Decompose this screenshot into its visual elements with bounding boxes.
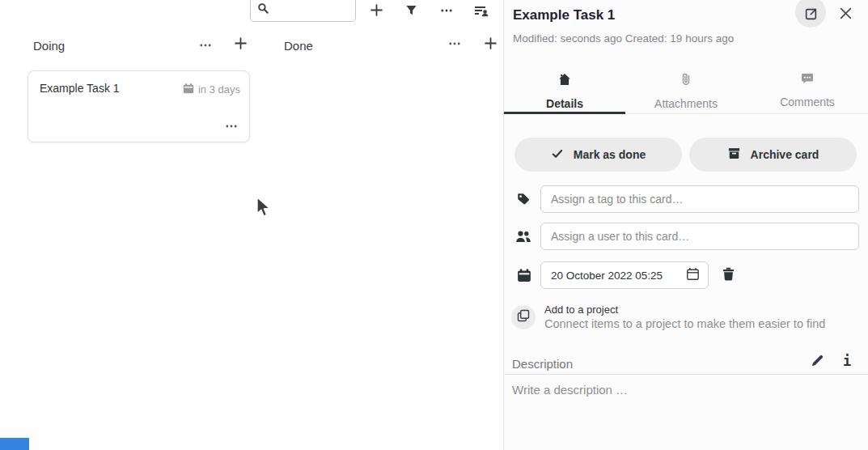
search-input[interactable] xyxy=(269,0,346,17)
add-to-project-title[interactable]: Add to a project xyxy=(544,304,618,316)
panel-title: Example Task 1 xyxy=(513,7,615,23)
mark-as-done-label: Mark as done xyxy=(574,148,646,161)
check-icon xyxy=(551,147,564,163)
tab-attachments[interactable]: Attachments xyxy=(625,68,747,113)
mouse-cursor xyxy=(256,196,271,222)
view-options-button[interactable] xyxy=(468,0,494,24)
tab-label: Details xyxy=(546,97,583,110)
more-icon xyxy=(225,120,238,135)
due-date-value: 20 October 2022 05:25 xyxy=(551,270,686,282)
tab-details[interactable]: Details xyxy=(504,68,625,113)
popout-button[interactable] xyxy=(795,0,826,28)
more-icon xyxy=(440,4,453,19)
tab-label: Attachments xyxy=(654,97,718,110)
info-icon: i xyxy=(843,354,851,368)
assign-tag-input[interactable] xyxy=(540,185,859,213)
board-menu-button[interactable] xyxy=(434,0,459,24)
home-icon xyxy=(558,73,571,89)
assign-user-input[interactable] xyxy=(540,223,859,250)
description-info-button[interactable]: i xyxy=(837,351,857,371)
description-editor[interactable]: Write a description … xyxy=(512,383,860,439)
close-button[interactable] xyxy=(837,6,853,23)
filter-icon xyxy=(405,4,417,19)
plus-icon xyxy=(234,36,248,53)
card-detail-panel: Example Task 1 Modified: seconds ago Cre… xyxy=(504,0,868,450)
popout-icon xyxy=(804,7,818,23)
date-picker-button[interactable] xyxy=(686,267,700,283)
pencil-icon xyxy=(811,354,824,370)
close-icon xyxy=(839,6,853,23)
archive-card-label: Archive card xyxy=(751,148,819,161)
tab-bar: Details Attachments Comments xyxy=(504,68,868,114)
search-box[interactable] xyxy=(250,0,356,22)
column-doing-add-button[interactable] xyxy=(229,33,252,56)
archive-card-button[interactable]: Archive card xyxy=(689,138,857,172)
column-done-add-button[interactable] xyxy=(479,33,502,56)
plus-icon xyxy=(484,36,498,53)
users-icon xyxy=(515,230,531,243)
description-label: Description xyxy=(512,357,573,371)
filter-button[interactable] xyxy=(398,0,424,24)
panel-meta: Modified: seconds ago Created: 19 hours … xyxy=(513,32,734,45)
add-to-project-subtitle: Connect items to a project to make them … xyxy=(544,317,825,330)
app-window: Doing Done Example Task 1 in 3 days xyxy=(0,0,868,450)
card-due-label: in 3 days xyxy=(198,83,240,96)
tab-comments[interactable]: Comments xyxy=(747,68,868,113)
remove-due-date-button[interactable] xyxy=(718,265,738,285)
task-card[interactable]: Example Task 1 in 3 days xyxy=(28,70,250,142)
column-title-done: Done xyxy=(284,38,313,54)
card-title: Example Task 1 xyxy=(40,82,120,95)
due-date-field[interactable]: 20 October 2022 05:25 xyxy=(540,261,709,289)
active-tab-indicator xyxy=(504,112,625,114)
column-doing-menu-button[interactable] xyxy=(194,35,217,57)
calendar-outline-icon xyxy=(686,267,700,283)
column-title-doing: Doing xyxy=(33,38,65,54)
accent-corner-box xyxy=(0,438,29,450)
calendar-icon xyxy=(517,268,531,282)
plus-icon xyxy=(370,3,383,19)
description-divider xyxy=(505,374,868,375)
trash-icon xyxy=(722,267,735,284)
edit-description-button[interactable] xyxy=(807,352,827,371)
column-done-menu-button[interactable] xyxy=(443,33,466,56)
more-icon xyxy=(448,37,461,53)
paperclip-icon xyxy=(680,73,692,89)
copy-stack-icon xyxy=(517,309,530,325)
more-icon xyxy=(199,39,212,54)
add-to-project-button[interactable] xyxy=(511,305,536,329)
list-assignee-icon xyxy=(474,4,489,19)
card-due-date: in 3 days xyxy=(183,83,240,96)
card-menu-button[interactable] xyxy=(223,121,239,134)
tag-icon xyxy=(516,192,531,206)
mark-as-done-button[interactable]: Mark as done xyxy=(514,138,682,172)
calendar-icon xyxy=(183,83,194,96)
search-icon xyxy=(257,2,269,15)
tab-label: Comments xyxy=(780,96,835,108)
chat-icon xyxy=(801,73,814,87)
archive-icon xyxy=(727,146,741,163)
add-card-button[interactable] xyxy=(363,0,389,24)
